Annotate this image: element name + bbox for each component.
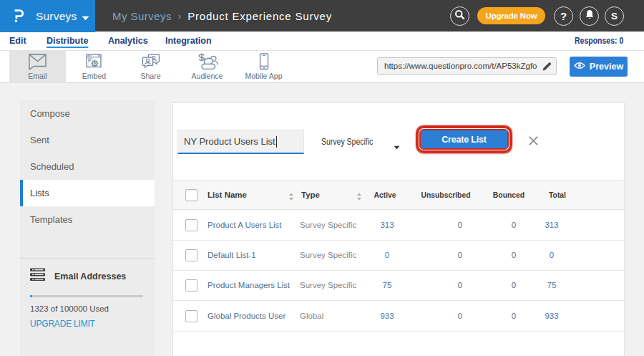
edit-url-pencil-icon[interactable] — [542, 61, 552, 74]
avatar[interactable]: S — [605, 6, 624, 26]
row-checkbox[interactable] — [185, 219, 197, 231]
sidebar-item-templates[interactable]: Templates — [20, 206, 155, 233]
create-list-button[interactable]: Create List — [421, 130, 507, 148]
lists-panel: NY Product Users List Survey Specific Cr… — [172, 102, 625, 356]
table-row: Default List-1 Survey Specific 0 0 0 0 — [173, 240, 624, 271]
list-name-link[interactable]: Product Managers List — [208, 270, 290, 300]
audience-icon — [179, 51, 235, 70]
column-header-total[interactable]: Total — [549, 181, 566, 209]
total-count[interactable]: 0 — [550, 240, 554, 270]
active-count[interactable]: 75 — [383, 270, 392, 300]
row-checkbox[interactable] — [185, 310, 197, 322]
column-header-unsubscribed[interactable]: Unsubscribed — [421, 181, 470, 209]
product-switcher[interactable]: Surveys — [0, 0, 95, 32]
bounced-count: 0 — [512, 270, 516, 300]
list-type-cell: Survey Specific — [300, 270, 356, 300]
column-header-type[interactable]: Type — [301, 181, 320, 209]
questionpro-app: My Surveys › Product Experience Survey U… — [0, 0, 644, 356]
table-header: List Name Type Active Unsubscribed Bounc… — [173, 180, 624, 210]
tab-integration[interactable]: Integration — [165, 32, 212, 50]
notifications-button[interactable] — [580, 6, 599, 26]
unsubscribed-count: 0 — [458, 301, 462, 331]
active-count[interactable]: 313 — [380, 210, 394, 240]
bounced-count: 0 — [512, 210, 516, 240]
column-header-list-name[interactable]: List Name — [208, 181, 247, 209]
red-highlight-annotation: Create List — [416, 126, 512, 153]
caret-down-icon — [82, 11, 89, 24]
email-addresses-title: Email Addresses — [54, 271, 126, 282]
row-checkbox[interactable] — [185, 249, 197, 261]
mobile-app-icon — [235, 51, 292, 70]
list-name-link[interactable]: Product A Users List — [208, 210, 282, 240]
share-icon — [122, 51, 179, 70]
email-addresses-panel: Email Addresses 1323 of 100000 Used UPGR… — [30, 268, 145, 329]
select-caret-down-icon — [394, 140, 400, 153]
active-count[interactable]: 0 — [385, 240, 389, 270]
table-row: Global Products User Global 933 0 0 933 — [173, 301, 624, 332]
survey-url-field[interactable]: https://www.questionpro.com/t/AP53kZgfo — [377, 57, 557, 75]
survey-tab-bar: Edit Distribute Analytics Integration Re… — [0, 32, 644, 51]
sidebar-item-scheduled[interactable]: Scheduled — [20, 153, 155, 180]
select-all-checkbox[interactable] — [185, 189, 197, 201]
tool-audience[interactable]: Audience — [179, 51, 235, 83]
list-type-cell: Survey Specific — [300, 210, 356, 240]
column-header-bounced[interactable]: Bounced — [493, 181, 525, 209]
sort-icon[interactable] — [288, 191, 294, 203]
tab-distribute[interactable]: Distribute — [47, 32, 88, 50]
product-switcher-label: Surveys — [36, 10, 77, 23]
email-usage-text: 1323 of 100000 Used — [30, 304, 145, 313]
list-name-input[interactable]: NY Product Users List — [177, 130, 304, 154]
row-checkbox[interactable] — [185, 279, 197, 292]
sort-icon[interactable] — [356, 191, 362, 203]
tab-edit[interactable]: Edit — [9, 32, 26, 50]
unsubscribed-count: 0 — [458, 210, 462, 240]
upgrade-now-button[interactable]: Upgrade Now — [477, 7, 545, 24]
table-row: Product A Users List Survey Specific 313… — [173, 210, 624, 241]
eye-icon — [574, 62, 585, 72]
breadcrumb-separator-icon: › — [178, 11, 181, 21]
sidebar-nav: Compose Sent Scheduled Lists Templates — [20, 100, 155, 233]
sidebar-item-sent[interactable]: Sent — [20, 127, 155, 153]
unsubscribed-count: 0 — [458, 270, 462, 300]
bounced-count: 0 — [512, 301, 516, 331]
email-icon — [9, 51, 66, 70]
red-highlight-annotation-inner: Create List — [419, 129, 509, 150]
unsubscribed-count: 0 — [458, 240, 462, 270]
email-sidebar: Compose Sent Scheduled Lists Templates E… — [20, 100, 155, 356]
list-name-link[interactable]: Default List-1 — [208, 240, 256, 270]
bounced-count: 0 — [512, 240, 516, 270]
top-navigation-bar: My Surveys › Product Experience Survey U… — [0, 0, 644, 32]
total-count[interactable]: 933 — [545, 301, 558, 331]
total-count[interactable]: 313 — [545, 210, 558, 240]
search-icon — [454, 9, 465, 23]
list-type-cell: Survey Specific — [300, 240, 356, 270]
breadcrumb-my-surveys[interactable]: My Surveys — [112, 10, 172, 22]
list-icon — [30, 268, 45, 284]
active-count[interactable]: 933 — [380, 301, 394, 331]
breadcrumb: My Surveys › Product Experience Survey — [112, 0, 332, 32]
tool-embed[interactable]: Embed — [66, 51, 122, 83]
close-icon[interactable] — [528, 135, 539, 149]
search-button[interactable] — [450, 6, 469, 26]
survey-url-value[interactable]: https://www.questionpro.com/t/AP53kZgfo — [384, 58, 545, 74]
email-usage-progressbar — [30, 295, 143, 297]
sidebar-item-lists[interactable]: Lists — [20, 180, 155, 206]
help-icon: ? — [560, 10, 567, 22]
questionpro-logo-icon — [14, 9, 24, 23]
upgrade-limit-link[interactable]: UPGRADE LIMIT — [30, 319, 145, 329]
total-count[interactable]: 75 — [547, 270, 557, 300]
distribute-toolbar: Email Embed Share Audience Mobile App ht… — [0, 51, 644, 83]
breadcrumb-current-survey: Product Experience Survey — [187, 10, 332, 22]
tab-analytics[interactable]: Analytics — [108, 32, 148, 50]
embed-icon — [66, 51, 122, 70]
tool-email[interactable]: Email — [9, 51, 66, 83]
list-name-link[interactable]: Global Products User — [208, 301, 286, 331]
avatar-initial: S — [611, 11, 618, 21]
preview-button[interactable]: Preview — [570, 57, 628, 77]
responses-count[interactable]: Responses: 0 — [575, 32, 623, 50]
tool-mobile-app[interactable]: Mobile App — [235, 51, 292, 83]
tool-share[interactable]: Share — [122, 51, 179, 83]
sidebar-item-compose[interactable]: Compose — [20, 100, 155, 127]
column-header-active[interactable]: Active — [374, 181, 396, 209]
help-button[interactable]: ? — [554, 6, 573, 26]
